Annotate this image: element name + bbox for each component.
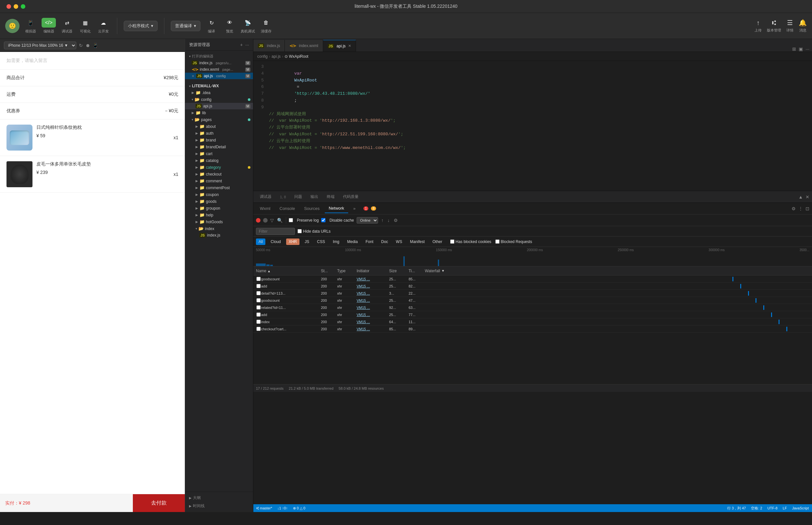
- upload-item[interactable]: ↑ 上传: [754, 19, 762, 33]
- col-header-waterfall[interactable]: Waterfall ▼: [425, 269, 809, 273]
- row-initiator-7[interactable]: VM15 ...: [357, 320, 389, 324]
- row-checkbox-7[interactable]: [256, 320, 261, 324]
- split-editor-icon[interactable]: ⊞: [792, 46, 796, 51]
- folder-idea[interactable]: ▶ 📁 .idea: [185, 89, 253, 96]
- encoding[interactable]: UTF-8: [768, 506, 778, 510]
- folder-comment[interactable]: ▶ 📁 comment: [185, 178, 253, 184]
- throttle-dropdown[interactable]: Online: [357, 217, 378, 224]
- row-initiator-3[interactable]: VM15 ...: [357, 291, 389, 295]
- row-checkbox-4[interactable]: [256, 298, 261, 302]
- language-mode[interactable]: JavaScript: [792, 506, 809, 510]
- compile-dropdown[interactable]: 普通编译 ▾: [171, 21, 200, 31]
- visual-group[interactable]: ▦ 可视化: [78, 18, 92, 34]
- folder-auth[interactable]: ▶ 📁 auth: [185, 130, 253, 137]
- devtools-close-icon[interactable]: ✕: [806, 194, 809, 199]
- tab-api-js[interactable]: JS api.js ✕: [323, 40, 356, 51]
- minimize-button[interactable]: [14, 4, 18, 9]
- row-checkbox-2[interactable]: [256, 284, 261, 288]
- line-col[interactable]: 行 3，列 47: [727, 506, 746, 511]
- tab-index-wxml[interactable]: ≺/≻ index.wxml: [285, 40, 323, 51]
- folder-catalog[interactable]: ▶ 📁 catalog: [185, 157, 253, 164]
- close-file-icon[interactable]: ✕: [192, 74, 194, 78]
- folder-checkout[interactable]: ▶ 📁 checkout: [185, 171, 253, 178]
- folder-cart[interactable]: ▶ 📁 cart: [185, 150, 253, 157]
- folder-config[interactable]: ▾ 📂 config: [185, 96, 253, 103]
- panel-tab-sources[interactable]: Sources: [300, 204, 323, 213]
- branch-indicator[interactable]: ⑆ master*: [257, 506, 272, 510]
- simulator-icon[interactable]: 📱: [24, 18, 38, 28]
- close-button[interactable]: [6, 4, 11, 9]
- panel-tab-console[interactable]: Console: [276, 204, 299, 213]
- col-header-size[interactable]: Size: [389, 269, 409, 273]
- col-header-status[interactable]: St...: [321, 269, 337, 273]
- clear-cache-group[interactable]: 🗑 清缓存: [259, 18, 273, 34]
- type-ws[interactable]: WS: [393, 239, 405, 245]
- note-input[interactable]: 如需要，请输入留言: [0, 52, 185, 70]
- simulator-group[interactable]: 📱 模拟器: [24, 18, 38, 34]
- net-row-5[interactable]: related?id=11... 200 xhr VM15 ... 92... …: [253, 304, 812, 311]
- devtools-tab-debugger[interactable]: 调试器: [256, 192, 275, 201]
- panel-more-icon[interactable]: ⋮: [798, 206, 803, 211]
- type-cloud[interactable]: Cloud: [268, 239, 283, 245]
- project-label[interactable]: ▾ LITEMALL-WX: [185, 82, 253, 89]
- breadcrumb-wxapiroot[interactable]: ⊙ WxApiRoot: [285, 54, 308, 59]
- row-checkbox-8[interactable]: [256, 327, 261, 331]
- breadcrumb-api-js[interactable]: api.js: [272, 54, 281, 59]
- row-initiator-5[interactable]: VM15 ...: [357, 306, 389, 310]
- mode-dropdown[interactable]: 小程序模式 ▾: [124, 21, 158, 31]
- net-row-7[interactable]: index 200 xhr VM15 ... 64... 11...: [253, 318, 812, 326]
- spaces[interactable]: 空格: 2: [751, 506, 762, 511]
- folder-pages[interactable]: ▾ 📂 pages: [185, 116, 253, 123]
- outline-item[interactable]: ▶ 大纲: [189, 494, 249, 502]
- visual-icon[interactable]: ▦: [78, 18, 92, 28]
- error-indicator[interactable]: ⊗ 0 △ 0: [293, 506, 305, 510]
- folder-lib[interactable]: ▶ 📁 lib: [185, 109, 253, 116]
- devtools-tab-output[interactable]: 输出: [307, 192, 322, 201]
- translate-group[interactable]: ↻ 编译: [204, 18, 219, 34]
- type-font[interactable]: Font: [363, 239, 376, 245]
- net-row-2[interactable]: add 200 xhr VM15 ... 25... 82...: [253, 283, 812, 290]
- net-row-3[interactable]: detail?id=113... 200 xhr VM15 ... 3... 2…: [253, 290, 812, 297]
- folder-brand[interactable]: ▶ 📁 brand: [185, 137, 253, 144]
- open-file-api-js[interactable]: ✕ JS api.js config M: [185, 73, 253, 79]
- panel-tab-network[interactable]: Network: [325, 204, 348, 213]
- panel-tab-wxml[interactable]: Wxml: [256, 204, 274, 213]
- record-icon[interactable]: ⏺: [85, 43, 90, 48]
- settings-icon[interactable]: ⚙: [393, 217, 398, 224]
- preserve-log-checkbox[interactable]: [289, 218, 293, 222]
- search-network-icon[interactable]: 🔍: [276, 217, 283, 224]
- message-item[interactable]: 🔔 消息: [799, 19, 807, 33]
- real-debug-group[interactable]: 📡 真机调试: [241, 18, 255, 34]
- folder-hotGoods[interactable]: ▶ 📁 hotGoods: [185, 219, 253, 225]
- row-initiator-4[interactable]: VM15 ...: [357, 299, 389, 302]
- filter-input[interactable]: [256, 228, 295, 235]
- open-file-index-wxml[interactable]: ≺/≻ index.wxml page... M: [185, 66, 253, 73]
- debugger-group[interactable]: ⇄ 调试器: [60, 18, 74, 34]
- line-ending[interactable]: LF: [783, 506, 787, 510]
- detail-item[interactable]: ☰ 详情: [786, 19, 794, 33]
- net-row-6[interactable]: add 200 xhr VM15 ... 25... 77...: [253, 311, 812, 318]
- folder-groupon[interactable]: ▶ 📁 groupon: [185, 205, 253, 212]
- disable-cache-checkbox[interactable]: [321, 218, 325, 222]
- net-row-1[interactable]: goodscount 200 xhr VM15 ... 25... 85...: [253, 275, 812, 283]
- net-row-4[interactable]: goodscount 200 xhr VM15 ... 25... 47...: [253, 297, 812, 304]
- sync-indicator[interactable]: ↓1 ↑0↑: [277, 506, 288, 510]
- cloud-icon[interactable]: ☁: [96, 18, 111, 28]
- devtools-tab-problems[interactable]: 问题: [290, 192, 306, 201]
- row-checkbox-3[interactable]: [256, 291, 261, 295]
- type-other[interactable]: Other: [430, 239, 445, 245]
- cloud-group[interactable]: ☁ 云开发: [96, 18, 111, 34]
- row-initiator-8[interactable]: VM15 ...: [357, 327, 389, 331]
- open-editors-label[interactable]: ▾ 打开的编辑器: [185, 52, 253, 60]
- editor-icon[interactable]: </>: [42, 18, 56, 28]
- gear-icon[interactable]: ⚙: [792, 206, 796, 211]
- folder-category[interactable]: ▶ 📁 category: [185, 164, 253, 171]
- debugger-icon[interactable]: ⇄: [60, 18, 74, 28]
- type-media[interactable]: Media: [345, 239, 361, 245]
- translate-icon[interactable]: ↻: [204, 18, 219, 28]
- panel-tab-more[interactable]: »: [349, 204, 360, 213]
- more-tab-icon[interactable]: ···: [806, 46, 809, 51]
- type-all[interactable]: All: [256, 239, 265, 245]
- clear-cache-icon[interactable]: 🗑: [259, 18, 273, 28]
- blocked-requests-checkbox[interactable]: [495, 239, 499, 244]
